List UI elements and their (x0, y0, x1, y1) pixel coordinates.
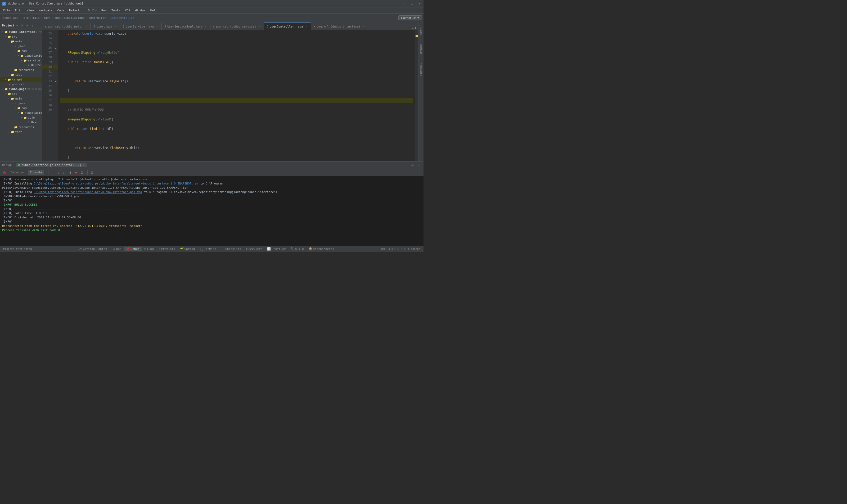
scroll-down-button[interactable]: ↓ (56, 170, 61, 175)
gutter-icon-33[interactable]: ▶ (53, 79, 58, 84)
debugger-tab[interactable]: Debugger (9, 170, 27, 175)
session-close[interactable]: × (83, 164, 85, 166)
nav-endpoints[interactable]: → Endpoints (221, 247, 243, 251)
collapse-icon[interactable]: ≡ (25, 23, 30, 28)
maven-button[interactable]: Maven (419, 23, 424, 39)
tree-item-dingjiaxiong2[interactable]: ▾ 📁 dingjiaxiong (0, 110, 42, 115)
tree-item-userservice[interactable]: ▾ I UserService (0, 63, 42, 68)
menu-item-refactor[interactable]: Refactor (67, 8, 85, 13)
tab-close-pom-pojo[interactable]: × (84, 24, 88, 28)
link-jar[interactable]: D:\DingJiaxiong\IdeaProjects\dubbo-pro\d… (34, 182, 199, 185)
tree-item-com[interactable]: ▾ 📁 com (0, 49, 42, 53)
breadcrumb-src[interactable]: src (23, 16, 29, 20)
scroll-end-button[interactable]: ↓↓ (62, 170, 67, 175)
tree-item-main2[interactable]: ▾ 📁 main (0, 96, 42, 101)
clear-console-button[interactable]: ⊡ (79, 170, 85, 175)
breadcrumb-usercontroller[interactable]: UserController (110, 16, 134, 20)
tab-close-usercontroller[interactable]: × (304, 24, 308, 28)
scroll-up-button[interactable]: ↑ (50, 170, 55, 175)
gutter-icon-26[interactable]: ▶ (53, 46, 58, 50)
minimize-button[interactable]: − (402, 2, 407, 6)
debug-icon-button[interactable]: 🐞 (2, 170, 7, 175)
notifications-button[interactable]: Notifications (419, 59, 424, 80)
nav-services[interactable]: ⚙ Services (244, 247, 265, 251)
console-output[interactable]: [INFO] --- maven-install-plugin:2.4:inst… (0, 176, 424, 246)
nav-version-control[interactable]: ⎇ Version Control (76, 247, 111, 251)
database-button[interactable]: Database (419, 40, 424, 58)
tree-item-service[interactable]: ▾ 📁 service (0, 58, 42, 63)
settings-button[interactable]: ⚙ (410, 163, 415, 168)
nav-terminal[interactable]: >_ Terminal (197, 247, 220, 251)
tab-close-userserviceimpl[interactable]: × (204, 24, 208, 28)
breadcrumb-dingjiaxiong[interactable]: dingjiaxiong (64, 16, 85, 20)
tree-item-src2[interactable]: ▾ 📁 src (0, 91, 42, 96)
menu-item-file[interactable]: File (1, 8, 13, 13)
tree-item-test2[interactable]: ▸ 📁 test (0, 129, 42, 134)
nav-profiler[interactable]: 📊 Profiler (265, 247, 288, 251)
breadcrumb-com[interactable]: com (54, 16, 59, 20)
layout-button[interactable]: ⊞ (89, 170, 94, 175)
tab-close-userservice[interactable]: × (155, 24, 159, 28)
code-content[interactable]: private UserService userService; @Reques… (58, 30, 415, 161)
settings-icon[interactable]: ⚙ (20, 23, 24, 28)
tab-close-pom-interface[interactable]: × (362, 24, 365, 28)
maximize-button[interactable]: □ (410, 2, 414, 6)
tab-usercontroller-java[interactable]: J UserController.java × (264, 22, 311, 30)
tree-item-resources2[interactable]: ▸ 📁 resources (0, 125, 42, 129)
tab-pom-pojo[interactable]: x pom.xml (dubbo-pojo) × (42, 23, 91, 30)
tree-item-pom-interface[interactable]: ▾ x pom.xml (0, 82, 42, 87)
tree-item-com2[interactable]: ▾ 📁 com (0, 106, 42, 110)
options-icon[interactable]: ⋯ (36, 23, 40, 28)
tree-item-pojo[interactable]: ▾ 📁 pojo (0, 115, 42, 120)
tree-item-java[interactable]: ▾ ☕ java (0, 44, 42, 49)
menu-item-window[interactable]: Window (133, 8, 148, 13)
breadcrumb-java[interactable]: java (43, 16, 51, 20)
menu-item-navigate[interactable]: Navigate (37, 8, 55, 13)
tab-user-java[interactable]: J User.java × (91, 23, 120, 30)
console-tab[interactable]: Console (28, 170, 44, 175)
menu-item-tools[interactable]: Tools (109, 8, 122, 13)
nav-debug[interactable]: 🐞 Debug (124, 247, 142, 251)
nav-problems[interactable]: ⚠ Problems (157, 247, 177, 251)
debug-session[interactable]: dubbo-interface [clean,install...] × (16, 163, 87, 167)
tree-item-src[interactable]: ▾ 📁 src (0, 34, 42, 39)
nav-run[interactable]: ▶ Run (111, 247, 124, 251)
menu-item-help[interactable]: Help (148, 8, 160, 13)
menu-item-vcs[interactable]: VCS (123, 8, 132, 13)
minimize-panel-button[interactable]: − (416, 163, 421, 168)
breadcrumb-controller[interactable]: controller (88, 16, 106, 20)
menu-item-run[interactable]: Run (99, 8, 109, 13)
tab-userserviceimpl-java[interactable]: J UserServiceImpl.java × (162, 23, 210, 30)
tree-item-dubbo-pojo[interactable]: ▾ 📁 dubbo-pojo D:\DingJiaxiong\IdeaProje… (0, 87, 42, 91)
tab-close-user[interactable]: × (113, 24, 117, 28)
stop-button[interactable]: ■ (73, 170, 78, 175)
link-pom[interactable]: D:\DingJiaxiong\IdeaProjects\dubbo-pro\d… (34, 190, 142, 194)
menu-item-build[interactable]: Build (86, 8, 99, 13)
tree-item-user[interactable]: ▾ C User (0, 120, 42, 125)
menu-item-edit[interactable]: Edit (13, 8, 24, 13)
nav-build[interactable]: 🔨 Build (288, 247, 306, 251)
tab-pom-interface[interactable]: x pom.xml (dubbo-interface) × (311, 23, 368, 30)
tree-item-dingjiaxiong[interactable]: ▾ 📁 dingjiaxiong (0, 53, 42, 58)
nav-todo[interactable]: ☑ TODO (142, 247, 156, 251)
tree-item-dubbo-interface[interactable]: ▾ 📁 dubbo-interface D:\DingJiaxiong\Idea… (0, 30, 42, 34)
tree-item-test[interactable]: ▸ 📁 test (0, 72, 42, 77)
menu-item-view[interactable]: View (24, 8, 36, 13)
tree-item-resources[interactable]: ▸ 📁 resources (0, 68, 42, 72)
close-button[interactable]: × (417, 2, 421, 6)
tree-item-java2[interactable]: ▾ ☕ java (0, 101, 42, 106)
sort-icon[interactable]: ↕ (31, 23, 35, 28)
menu-item-code[interactable]: Code (55, 8, 67, 13)
tree-item-target[interactable]: ▸ 📁 target (0, 77, 42, 82)
tab-close-pom-service[interactable]: × (257, 24, 261, 28)
current-file-button[interactable]: Current File ▾ (398, 15, 422, 20)
nav-label: Terminal (204, 247, 218, 251)
nav-spring[interactable]: 🌱 Spring (178, 247, 197, 251)
tab-userservice-java[interactable]: I UserService.java × (120, 23, 162, 30)
pause-output-button[interactable]: ⏸ (68, 170, 73, 175)
tab-pom-service[interactable]: x pom.xml (dubbo-service) × (211, 23, 264, 30)
warning-indicator[interactable]: ⚠ 1 (410, 26, 418, 30)
nav-dependencies[interactable]: 📦 Dependencies (307, 247, 336, 251)
breadcrumb-main[interactable]: main (33, 16, 40, 20)
tree-item-main[interactable]: ▾ 📁 main (0, 39, 42, 44)
